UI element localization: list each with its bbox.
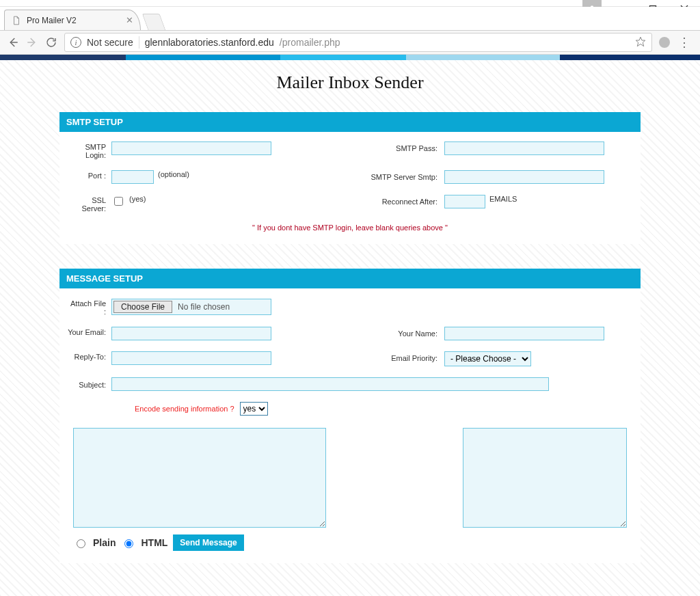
your-name-input[interactable]: [444, 327, 604, 340]
reply-to-label: Reply-To:: [66, 351, 111, 361]
star-icon: [635, 36, 646, 47]
message-body-textarea[interactable]: [73, 428, 326, 528]
your-email-label: Your Email:: [66, 327, 111, 336]
format-html-radio[interactable]: [124, 539, 133, 548]
svg-marker-7: [636, 37, 645, 46]
smtp-note: " If you dont have SMTP login, leave bla…: [66, 224, 634, 232]
email-priority-label: Email Priority:: [350, 351, 444, 362]
browser-tab-title: Pro Mailer V2: [27, 16, 120, 25]
nav-back-button[interactable]: [7, 36, 19, 49]
smtp-login-input[interactable]: [111, 141, 271, 155]
tab-close-button[interactable]: ✕: [126, 15, 133, 25]
no-file-chosen-text: No file chosen: [174, 299, 234, 314]
top-color-band: [0, 55, 700, 60]
bookmark-button[interactable]: [635, 36, 646, 49]
encode-select[interactable]: yes: [240, 402, 268, 416]
smtp-port-label: Port :: [66, 170, 111, 180]
encode-row: Encode sending information ? yes: [135, 402, 634, 416]
subject-input[interactable]: [111, 377, 549, 391]
attach-file-label: Attach File :: [66, 298, 111, 316]
reload-icon: [45, 36, 57, 49]
smtp-port-input[interactable]: [111, 170, 154, 184]
url-path: /promailer.php: [280, 37, 340, 48]
browser-tab-active[interactable]: Pro Mailer V2 ✕: [4, 10, 141, 30]
extension-icon[interactable]: [659, 37, 670, 48]
reconnect-after-label: Reconnect After:: [350, 195, 444, 206]
ssl-server-label: SSL Server:: [66, 195, 111, 213]
your-email-input[interactable]: [111, 327, 271, 340]
reply-to-input[interactable]: [111, 351, 271, 365]
reconnect-after-unit: EMAILS: [485, 195, 517, 203]
smtp-pass-input[interactable]: [444, 141, 604, 155]
message-panel-header: MESSAGE SETUP: [59, 269, 641, 288]
choose-file-button[interactable]: Choose File: [113, 301, 172, 313]
nav-forward-button[interactable]: [26, 36, 38, 49]
message-panel: MESSAGE SETUP Attach File : Choose File …: [59, 269, 641, 563]
arrow-left-icon: [7, 36, 19, 49]
encode-question-label: Encode sending information ?: [135, 405, 234, 413]
attach-file-widget[interactable]: Choose File No file chosen: [111, 299, 271, 315]
new-tab-button[interactable]: [142, 14, 166, 30]
browser-menu-button[interactable]: ⋮: [678, 36, 690, 49]
smtp-server-input[interactable]: [444, 170, 604, 184]
your-name-label: Your Name:: [350, 327, 444, 338]
reconnect-after-input[interactable]: [444, 195, 485, 208]
email-priority-select[interactable]: - Please Choose -: [444, 351, 531, 366]
nav-reload-button[interactable]: [45, 36, 57, 49]
smtp-panel: SMTP SETUP SMTP Login: SMTP Pass: Port :…: [59, 112, 641, 244]
page-viewport: Mailer Inbox Sender SMTP SETUP SMTP Logi…: [0, 55, 700, 596]
security-label: Not secure: [87, 37, 133, 48]
smtp-server-label: SMTP Server Smtp:: [350, 170, 444, 181]
smtp-port-hint: (optional): [154, 170, 189, 178]
smtp-pass-label: SMTP Pass:: [350, 141, 444, 152]
arrow-right-icon: [26, 36, 38, 49]
subject-label: Subject:: [66, 379, 111, 389]
ssl-server-hint: (yes): [125, 195, 146, 203]
address-bar[interactable]: i Not secure glennlaboratories.stanford.…: [64, 33, 652, 52]
browser-toolbar: i Not secure glennlaboratories.stanford.…: [0, 30, 700, 55]
page-icon: [12, 16, 21, 25]
format-plain-label: Plain: [93, 537, 116, 548]
smtp-panel-header: SMTP SETUP: [59, 112, 641, 132]
ssl-server-checkbox[interactable]: [114, 197, 123, 206]
window-titlebar: [0, 0, 700, 7]
format-plain-radio[interactable]: [77, 539, 85, 548]
recipients-textarea[interactable]: [463, 428, 627, 528]
page-title: Mailer Inbox Sender: [0, 72, 700, 93]
url-host: glennlaboratories.stanford.edu: [145, 37, 274, 48]
smtp-login-label: SMTP Login:: [66, 141, 111, 159]
site-info-icon[interactable]: i: [70, 37, 81, 48]
send-message-button[interactable]: Send Message: [173, 534, 243, 551]
omnibox-divider: [139, 36, 139, 49]
browser-tabstrip: Pro Mailer V2 ✕: [0, 7, 700, 30]
format-html-label: HTML: [141, 537, 167, 548]
